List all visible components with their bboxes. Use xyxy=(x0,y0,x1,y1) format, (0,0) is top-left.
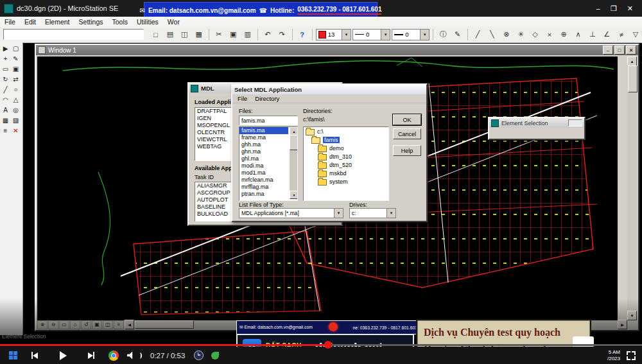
cut-icon[interactable]: ✂ xyxy=(213,28,225,41)
scroll-up-icon[interactable]: ▲ xyxy=(627,56,637,66)
delete-tool-icon[interactable]: ✕ xyxy=(11,126,21,135)
snap-icon-7[interactable]: ⊕ xyxy=(557,28,570,41)
print-icon[interactable]: ▦ xyxy=(192,28,205,41)
tree-item-root[interactable]: c:\ xyxy=(304,127,388,135)
view-control-icon-2[interactable]: ⊖ xyxy=(48,320,58,329)
line-style-combo[interactable]: 0 ▼ xyxy=(352,29,390,40)
seek-bar[interactable] xyxy=(0,344,642,346)
copy-icon[interactable]: ▣ xyxy=(227,28,239,41)
draw-tool-icon[interactable]: ✎ xyxy=(11,54,21,64)
help-icon[interactable]: ? xyxy=(295,28,308,41)
snap-icon-3[interactable]: ⊗ xyxy=(500,28,513,41)
view-control-icon-5[interactable]: ↺ xyxy=(81,320,91,329)
polygon-tool-icon[interactable]: △ xyxy=(11,95,21,105)
previous-button[interactable] xyxy=(22,347,48,364)
tree-item[interactable]: demo xyxy=(304,144,388,152)
scroll-down-icon[interactable]: ▼ xyxy=(627,311,637,320)
menu-workspace[interactable]: Wor xyxy=(163,18,184,26)
list-item[interactable]: ghn.ma xyxy=(239,148,297,155)
menu-tools[interactable]: Tools xyxy=(108,18,133,26)
snap-icon-1[interactable]: ╱ xyxy=(471,28,484,41)
files-list-scrollbar[interactable]: ▲ ▼ xyxy=(290,127,297,199)
list-item[interactable]: mrfflag.ma xyxy=(239,184,297,191)
seek-handle[interactable] xyxy=(324,341,332,349)
tag-tool-icon[interactable]: ◎ xyxy=(11,105,21,115)
leaf-icon[interactable] xyxy=(207,347,223,364)
list-item[interactable]: mrfclean.ma xyxy=(239,177,297,184)
list-item[interactable]: mod1.ma xyxy=(239,169,297,177)
snap-icon-11[interactable]: ≠ xyxy=(614,28,627,41)
list-item[interactable]: frame.ma xyxy=(239,134,297,141)
view-control-icon-7[interactable]: ◫ xyxy=(103,320,113,329)
view-window-titlebar[interactable]: Window 1 – □ ✕ xyxy=(36,45,638,55)
mirror-tool-icon[interactable]: ⇄ xyxy=(11,74,21,84)
menu-file[interactable]: File xyxy=(0,18,20,26)
scroll-left-icon[interactable]: ◀ xyxy=(125,320,134,329)
snap-icon-5[interactable]: ◇ xyxy=(528,28,541,41)
fence-tool-icon[interactable]: ▭ xyxy=(1,64,10,74)
play-button[interactable] xyxy=(48,347,78,364)
copy-tool-icon[interactable]: ▣ xyxy=(11,64,21,74)
close-button[interactable]: ✕ xyxy=(627,4,633,13)
snap-icon-6[interactable]: × xyxy=(543,28,556,41)
redo-icon[interactable]: ↷ xyxy=(275,28,288,41)
list-item[interactable]: ghh.ma xyxy=(239,141,297,148)
view-control-icon-8[interactable]: ≡ xyxy=(114,320,124,329)
view-minimize-button[interactable]: – xyxy=(603,46,613,55)
files-list[interactable]: famis.ma frame.ma ghh.ma ghn.ma ghl.ma m… xyxy=(239,126,298,201)
select-tool-icon[interactable]: ▶ xyxy=(1,44,10,53)
tree-item-selected[interactable]: famis xyxy=(304,135,388,144)
menu-utilities[interactable]: Utilities xyxy=(132,18,163,26)
dialog-menu-file[interactable]: File xyxy=(232,95,252,102)
tree-item[interactable]: dtm_310 xyxy=(304,152,388,160)
line-weight-combo[interactable]: 0 ▼ xyxy=(392,29,429,40)
menu-settings[interactable]: Settings xyxy=(74,18,108,26)
hatch-tool-icon[interactable]: ▨ xyxy=(11,116,21,125)
snap-icon-8[interactable]: ∧ xyxy=(571,28,584,41)
files-input[interactable] xyxy=(239,116,298,125)
dialog-menu-directory[interactable]: Directory xyxy=(252,95,282,102)
vertical-scrollbar[interactable]: ▲ ▼ xyxy=(627,56,637,320)
file-type-combo[interactable]: MDL Applications [*.ma] ▼ xyxy=(239,208,343,218)
cell-tool-icon[interactable]: ▦ xyxy=(1,116,10,125)
scroll-right-icon[interactable]: ▶ xyxy=(618,320,627,329)
view-control-icon-6[interactable]: ▣ xyxy=(92,320,102,329)
arc-tool-icon[interactable]: ◠ xyxy=(1,95,10,105)
color-combo[interactable]: 13 ▼ xyxy=(316,29,351,40)
view-control-icon-3[interactable]: ▭ xyxy=(59,320,69,329)
list-item[interactable]: modi.ma xyxy=(239,162,297,169)
scroll-down-icon[interactable]: ▼ xyxy=(290,191,298,199)
directories-list[interactable]: c:\ famis demo dtm_310 dtm_520 mskbd xyxy=(303,126,389,201)
list-item-selected[interactable]: famis.ma xyxy=(239,127,288,134)
list-item[interactable]: ghl.ma xyxy=(239,155,297,162)
save-icon[interactable]: ◫ xyxy=(178,28,191,41)
view-control-icon-1[interactable]: ⊕ xyxy=(37,320,48,329)
dialog-field[interactable] xyxy=(568,119,582,126)
vertical-scroll-thumb[interactable] xyxy=(628,65,638,92)
chrome-icon[interactable] xyxy=(104,347,123,364)
tree-item[interactable]: dtm_520 xyxy=(304,160,388,169)
cancel-button[interactable]: Cancel xyxy=(393,128,421,139)
select-mdl-dialog[interactable]: Select MDL Application File Directory Fi… xyxy=(231,83,428,222)
view-control-icon-4[interactable]: ⌂ xyxy=(70,320,80,329)
drives-combo[interactable]: c: ▼ xyxy=(349,208,396,218)
ok-button[interactable]: OK xyxy=(393,114,421,125)
scroll-thumb[interactable] xyxy=(290,135,298,150)
view-maximize-button[interactable]: □ xyxy=(614,46,625,55)
restore-button[interactable]: ❐ xyxy=(611,4,617,13)
select-mdl-titlebar[interactable]: Select MDL Application xyxy=(232,85,426,94)
marquee-tool-icon[interactable]: ▢ xyxy=(11,44,21,53)
tool-settings-field[interactable] xyxy=(3,29,144,40)
info-icon[interactable]: ⓘ xyxy=(437,28,449,41)
next-button[interactable] xyxy=(78,347,104,364)
history-icon[interactable] xyxy=(190,347,207,364)
view-close-button[interactable]: ✕ xyxy=(626,46,636,55)
minimize-button[interactable]: – xyxy=(596,4,600,13)
menu-edit[interactable]: Edit xyxy=(20,18,40,26)
list-item[interactable]: ptran.ma xyxy=(239,191,297,198)
snap-icon-9[interactable]: ⊥ xyxy=(586,28,599,41)
circle-tool-icon[interactable]: ○ xyxy=(11,85,21,94)
new-file-icon[interactable]: □ xyxy=(149,28,162,41)
open-file-icon[interactable]: ▤ xyxy=(164,28,177,41)
measure-tool-icon[interactable]: ≡ xyxy=(1,126,10,135)
